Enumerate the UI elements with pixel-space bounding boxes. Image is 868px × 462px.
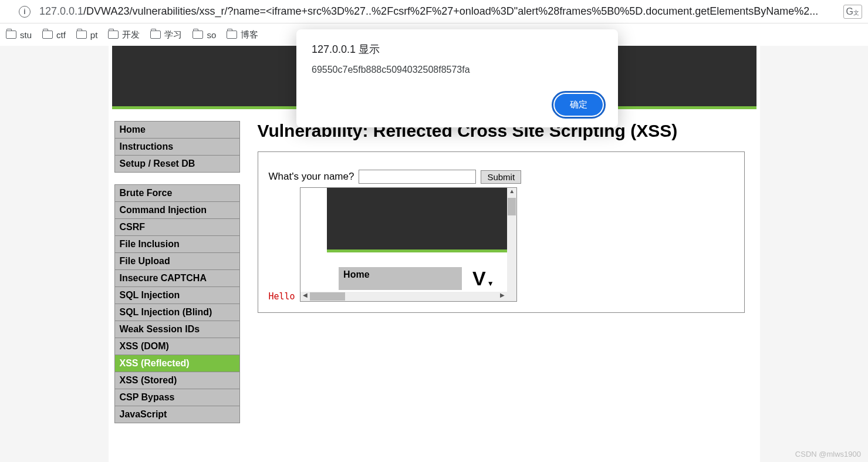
inner-home-item[interactable]: Home <box>339 267 462 290</box>
sidebar-item-csrf[interactable]: CSRF <box>114 219 240 236</box>
folder-icon <box>6 31 16 39</box>
url-host: 127.0.0.1 <box>39 5 83 17</box>
alert-message: 69550c7e5fb888c5094032508f8573fa <box>312 65 603 75</box>
bookmark-label: pt <box>90 30 98 40</box>
alert-title: 127.0.0.1 显示 <box>312 42 603 56</box>
folder-icon <box>76 31 87 39</box>
bookmark-博客[interactable]: 博客 <box>227 29 258 41</box>
folder-icon <box>150 31 161 39</box>
sidebar-item-xss-reflected-[interactable]: XSS (Reflected) <box>114 355 240 372</box>
menu-group-1: HomeInstructionsSetup / Reset DB <box>114 121 240 173</box>
js-alert-dialog: 127.0.0.1 显示 69550c7e5fb888c5094032508f8… <box>296 29 618 127</box>
bookmark-label: stu <box>20 30 32 40</box>
inner-heading-fragment: V <box>472 267 486 290</box>
alert-ok-button[interactable]: 确定 <box>555 94 603 116</box>
vulnerable-form-box: What's your name? Submit Hello Home V <box>258 151 745 313</box>
page-body: HomeInstructionsSetup / Reset DB Brute F… <box>112 109 756 435</box>
name-input[interactable] <box>359 170 476 184</box>
sidebar-item-setup-reset-db[interactable]: Setup / Reset DB <box>114 156 240 173</box>
alert-actions: 确定 <box>312 94 603 116</box>
sidebar: HomeInstructionsSetup / Reset DB Brute F… <box>112 121 240 435</box>
folder-icon <box>42 31 53 39</box>
bookmark-so[interactable]: so <box>192 30 216 40</box>
folder-icon <box>227 31 237 39</box>
sidebar-item-command-injection[interactable]: Command Injection <box>114 202 240 219</box>
form-label: What's your name? <box>269 171 354 183</box>
sidebar-item-javascript[interactable]: JavaScript <box>114 406 240 423</box>
chevron-down-icon: ▼ <box>487 279 494 288</box>
bookmark-label: 博客 <box>241 29 258 41</box>
watermark: CSDN @mlws1900 <box>795 450 861 458</box>
bookmark-开发[interactable]: 开发 <box>108 29 140 41</box>
menu-group-2: Brute ForceCommand InjectionCSRFFile Inc… <box>114 184 240 423</box>
hello-text: Hello <box>269 291 295 302</box>
sidebar-item-home[interactable]: Home <box>114 121 240 139</box>
bookmark-label: so <box>207 30 216 40</box>
sidebar-item-sql-injection[interactable]: SQL Injection <box>114 287 240 304</box>
sidebar-item-csp-bypass[interactable]: CSP Bypass <box>114 389 240 406</box>
submit-button[interactable]: Submit <box>481 170 521 184</box>
url-text[interactable]: 127.0.0.1/DVWA23/vulnerabilities/xss_r/?… <box>39 5 837 18</box>
iframe-scrollbar-vertical[interactable]: ▲ <box>507 188 516 301</box>
scroll-up-icon[interactable]: ▲ <box>507 188 516 197</box>
url-path: /DVWA23/vulnerabilities/xss_r/?name=<ifr… <box>83 5 818 17</box>
iframe-scrollbar-horizontal[interactable]: ◀ ▶ <box>300 292 507 301</box>
folder-icon <box>192 31 203 39</box>
address-bar: i 127.0.0.1/DVWA23/vulnerabilities/xss_r… <box>0 0 868 23</box>
sidebar-item-brute-force[interactable]: Brute Force <box>114 184 240 202</box>
sidebar-item-weak-session-ids[interactable]: Weak Session IDs <box>114 321 240 338</box>
inner-row: Home V ▼ <box>300 267 507 290</box>
sidebar-item-sql-injection-blind-[interactable]: SQL Injection (Blind) <box>114 304 240 321</box>
scroll-right-icon[interactable]: ▶ <box>498 292 507 301</box>
scroll-track-h <box>310 292 498 301</box>
bookmark-ctf[interactable]: ctf <box>42 30 66 40</box>
scroll-left-icon[interactable]: ◀ <box>300 292 310 301</box>
translate-icon[interactable]: G文 <box>843 5 862 19</box>
bookmark-学习[interactable]: 学习 <box>150 29 182 41</box>
iframe-content: Home V ▼ <box>300 188 507 292</box>
sidebar-item-xss-stored-[interactable]: XSS (Stored) <box>114 372 240 389</box>
injected-iframe[interactable]: Home V ▼ ▲ ◀ <box>300 187 517 302</box>
sidebar-item-file-upload[interactable]: File Upload <box>114 253 240 270</box>
content-area: Vulnerability: Reflected Cross Site Scri… <box>258 121 756 435</box>
sidebar-item-instructions[interactable]: Instructions <box>114 139 240 156</box>
result-area: Hello Home V ▼ ▲ <box>269 187 734 302</box>
scroll-thumb-v[interactable] <box>508 198 516 215</box>
bookmark-stu[interactable]: stu <box>6 30 32 40</box>
inner-banner <box>327 188 507 252</box>
bookmark-label: 开发 <box>122 29 140 41</box>
form-row: What's your name? Submit <box>269 170 734 184</box>
folder-icon <box>108 31 119 39</box>
sidebar-item-insecure-captcha[interactable]: Insecure CAPTCHA <box>114 270 240 287</box>
bookmark-label: 学习 <box>164 29 182 41</box>
scroll-thumb-h[interactable] <box>310 292 345 301</box>
sidebar-item-xss-dom-[interactable]: XSS (DOM) <box>114 338 240 355</box>
bookmark-label: ctf <box>56 30 66 40</box>
sidebar-item-file-inclusion[interactable]: File Inclusion <box>114 236 240 253</box>
bookmark-pt[interactable]: pt <box>76 30 98 40</box>
site-info-icon[interactable]: i <box>19 6 31 18</box>
